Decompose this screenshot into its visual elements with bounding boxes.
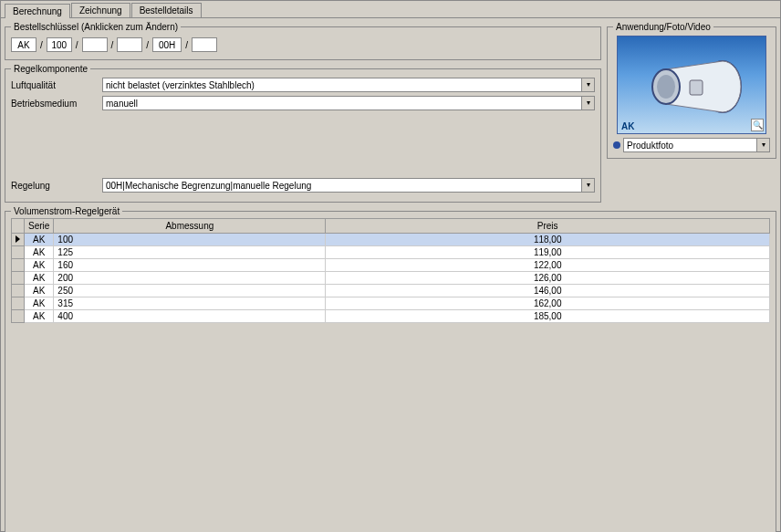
cell-serie: AK bbox=[25, 234, 54, 246]
cell-abmessung: 125 bbox=[54, 246, 326, 259]
order-key-4[interactable] bbox=[152, 37, 182, 52]
order-key-5[interactable] bbox=[192, 37, 217, 52]
row-indicator bbox=[12, 285, 25, 297]
cell-abmessung: 100 bbox=[54, 234, 326, 246]
regelung-label: Regelung bbox=[11, 181, 102, 191]
betriebsmedium-label: Betriebsmedium bbox=[11, 99, 102, 109]
chevron-down-icon[interactable]: ▾ bbox=[581, 97, 594, 110]
cell-serie: AK bbox=[25, 259, 54, 272]
tab-berechnung[interactable]: Berechnung bbox=[5, 4, 70, 18]
cell-abmessung: 400 bbox=[54, 310, 326, 323]
product-table: Serie Abmessung Preis AK100118,00AK12511… bbox=[11, 218, 770, 323]
svg-point-2 bbox=[657, 75, 675, 99]
separator: / bbox=[146, 40, 149, 50]
betriebsmedium-combo[interactable]: manuell ▾ bbox=[102, 96, 595, 110]
media-type-combo[interactable]: Produktfoto ▾ bbox=[623, 138, 770, 152]
tab-bestelldetails[interactable]: Bestelldetails bbox=[131, 3, 202, 17]
table-row[interactable]: AK100118,00 bbox=[12, 234, 770, 246]
col-serie[interactable]: Serie bbox=[25, 219, 54, 234]
betriebsmedium-value: manuell bbox=[103, 97, 581, 110]
order-key-group: Bestellschlüssel (Anklicken zum Ändern) … bbox=[5, 22, 601, 60]
order-key-legend: Bestellschlüssel (Anklicken zum Ändern) bbox=[11, 22, 181, 32]
order-key-1[interactable] bbox=[47, 37, 72, 52]
order-key-2[interactable] bbox=[82, 37, 108, 52]
media-type-value: Produktfoto bbox=[624, 139, 756, 151]
cell-preis: 146,00 bbox=[326, 285, 770, 297]
row-indicator bbox=[12, 246, 25, 259]
row-indicator bbox=[12, 234, 25, 246]
cell-serie: AK bbox=[25, 285, 54, 297]
cell-abmessung: 160 bbox=[54, 259, 326, 272]
chevron-down-icon[interactable]: ▾ bbox=[581, 78, 594, 91]
luftqualitaet-combo[interactable]: nicht belastet (verzinktes Stahlblech) ▾ bbox=[102, 78, 595, 92]
regelung-value: 00H|Mechanische Begrenzung|manuelle Rege… bbox=[103, 179, 581, 192]
regelkomponente-group: Regelkomponente Luftqualität nicht belas… bbox=[5, 64, 601, 203]
svg-rect-3 bbox=[690, 80, 703, 95]
tab-content: Bestellschlüssel (Anklicken zum Ändern) … bbox=[1, 17, 780, 531]
row-indicator bbox=[12, 297, 25, 310]
main-window: Berechnung Zeichnung Bestelldetails Best… bbox=[0, 0, 781, 532]
luftqualitaet-value: nicht belastet (verzinktes Stahlblech) bbox=[103, 78, 581, 91]
bullet-icon bbox=[613, 141, 620, 149]
table-row[interactable]: AK250146,00 bbox=[12, 285, 770, 297]
cell-preis: 126,00 bbox=[326, 272, 770, 285]
cell-preis: 162,00 bbox=[326, 297, 770, 310]
order-key-3[interactable] bbox=[117, 37, 142, 52]
regelkomponente-legend: Regelkomponente bbox=[11, 64, 90, 74]
regelung-combo[interactable]: 00H|Mechanische Begrenzung|manuelle Rege… bbox=[102, 178, 595, 193]
tab-bar: Berechnung Zeichnung Bestelldetails bbox=[1, 1, 780, 17]
cell-serie: AK bbox=[25, 297, 54, 310]
separator: / bbox=[76, 40, 78, 50]
cell-preis: 118,00 bbox=[326, 234, 770, 246]
cell-preis: 119,00 bbox=[326, 246, 770, 259]
media-legend: Anwendung/Foto/Video bbox=[613, 22, 713, 32]
table-row[interactable]: AK160122,00 bbox=[12, 259, 770, 272]
separator: / bbox=[40, 40, 43, 50]
cell-serie: AK bbox=[25, 246, 54, 259]
table-row[interactable]: AK315162,00 bbox=[12, 297, 770, 310]
media-caption: AK bbox=[621, 121, 634, 131]
table-row[interactable]: AK125119,00 bbox=[12, 246, 770, 259]
row-indicator bbox=[12, 259, 25, 272]
cell-serie: AK bbox=[25, 272, 54, 285]
table-row[interactable]: AK200126,00 bbox=[12, 272, 770, 285]
cell-abmessung: 315 bbox=[54, 297, 326, 310]
chevron-down-icon[interactable]: ▾ bbox=[756, 139, 769, 151]
table-row[interactable]: AK400185,00 bbox=[12, 310, 770, 323]
row-header-col bbox=[12, 219, 25, 234]
chevron-down-icon[interactable]: ▾ bbox=[581, 179, 594, 192]
col-preis[interactable]: Preis bbox=[326, 219, 770, 234]
luftqualitaet-label: Luftqualität bbox=[11, 80, 102, 90]
damper-illustration bbox=[639, 55, 748, 119]
cell-abmessung: 250 bbox=[54, 285, 326, 297]
order-key-0[interactable] bbox=[11, 37, 36, 52]
volumenstrom-legend: Volumenstrom-Regelgerät bbox=[11, 206, 122, 216]
row-indicator bbox=[12, 272, 25, 285]
media-group: Anwendung/Foto/Video AK bbox=[607, 22, 776, 159]
cell-preis: 185,00 bbox=[326, 310, 770, 323]
tab-zeichnung[interactable]: Zeichnung bbox=[71, 3, 130, 17]
separator: / bbox=[111, 40, 114, 50]
cell-preis: 122,00 bbox=[326, 259, 770, 272]
cell-abmessung: 200 bbox=[54, 272, 326, 285]
volumenstrom-group: Volumenstrom-Regelgerät Serie Abmessung … bbox=[5, 206, 776, 532]
separator: / bbox=[185, 40, 188, 50]
col-abmessung[interactable]: Abmessung bbox=[54, 219, 326, 234]
magnifier-icon[interactable]: 🔍 bbox=[751, 119, 764, 131]
product-image: AK 🔍 bbox=[617, 36, 766, 134]
cell-serie: AK bbox=[25, 310, 54, 323]
row-indicator bbox=[12, 310, 25, 323]
